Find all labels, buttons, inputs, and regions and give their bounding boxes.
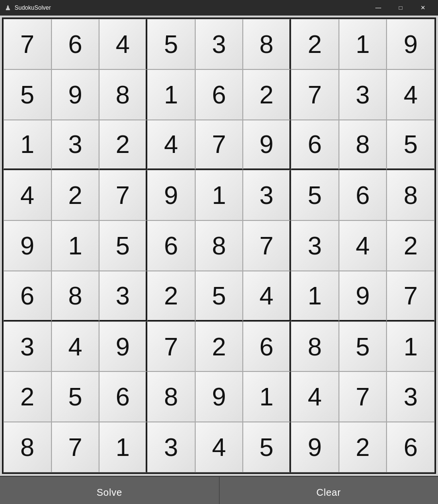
table-row[interactable]: 9 bbox=[243, 120, 291, 170]
close-button[interactable]: ✕ bbox=[412, 0, 434, 16]
table-row[interactable]: 7 bbox=[195, 120, 243, 170]
minimize-button[interactable]: — bbox=[367, 0, 389, 16]
table-row[interactable]: 3 bbox=[339, 69, 387, 120]
table-row[interactable]: 8 bbox=[147, 371, 195, 422]
table-row[interactable]: 7 bbox=[243, 220, 291, 271]
table-row[interactable]: 8 bbox=[99, 69, 147, 120]
table-row[interactable]: 3 bbox=[147, 422, 195, 472]
table-row[interactable]: 7 bbox=[387, 271, 435, 321]
table-row[interactable]: 3 bbox=[99, 271, 147, 321]
table-row[interactable]: 9 bbox=[195, 371, 243, 422]
table-row[interactable]: 5 bbox=[243, 422, 291, 472]
table-row[interactable]: 6 bbox=[99, 371, 147, 422]
table-row[interactable]: 1 bbox=[51, 220, 100, 271]
table-row[interactable]: 9 bbox=[99, 321, 147, 372]
table-row[interactable]: 9 bbox=[51, 69, 100, 120]
table-row[interactable]: 3 bbox=[3, 321, 51, 372]
table-row[interactable]: 8 bbox=[195, 220, 243, 271]
table-row[interactable]: 2 bbox=[51, 170, 100, 220]
table-row[interactable]: 2 bbox=[3, 371, 51, 422]
table-row[interactable]: 7 bbox=[291, 69, 339, 120]
table-row[interactable]: 4 bbox=[99, 19, 147, 69]
table-row[interactable]: 2 bbox=[195, 321, 243, 372]
table-row[interactable]: 8 bbox=[243, 19, 291, 69]
table-row[interactable]: 4 bbox=[243, 271, 291, 321]
table-row[interactable]: 6 bbox=[243, 321, 291, 372]
table-row[interactable]: 2 bbox=[291, 19, 339, 69]
table-row[interactable]: 3 bbox=[51, 120, 100, 170]
table-row[interactable]: 5 bbox=[3, 69, 51, 120]
table-row[interactable]: 9 bbox=[3, 220, 51, 271]
table-row[interactable]: 8 bbox=[3, 422, 51, 472]
table-row[interactable]: 4 bbox=[51, 321, 100, 372]
table-row[interactable]: 5 bbox=[195, 271, 243, 321]
table-row[interactable]: 5 bbox=[51, 371, 100, 422]
table-row[interactable]: 5 bbox=[387, 120, 435, 170]
table-row[interactable]: 4 bbox=[3, 170, 51, 220]
table-row[interactable]: 7 bbox=[339, 371, 387, 422]
solve-button[interactable]: Solve bbox=[0, 477, 219, 504]
table-row[interactable]: 4 bbox=[339, 220, 387, 271]
table-row[interactable]: 9 bbox=[387, 19, 435, 69]
table-row[interactable]: 3 bbox=[195, 19, 243, 69]
table-row[interactable]: 2 bbox=[243, 69, 291, 120]
table-row[interactable]: 4 bbox=[387, 69, 435, 120]
table-row[interactable]: 6 bbox=[291, 120, 339, 170]
table-row[interactable]: 6 bbox=[339, 170, 387, 220]
table-row[interactable]: 7 bbox=[147, 321, 195, 372]
table-row[interactable]: 4 bbox=[147, 120, 195, 170]
table-row[interactable]: 1 bbox=[3, 120, 51, 170]
table-row[interactable]: 5 bbox=[339, 321, 387, 372]
table-row[interactable]: 9 bbox=[339, 271, 387, 321]
table-row[interactable]: 4 bbox=[195, 422, 243, 472]
table-row[interactable]: 1 bbox=[147, 69, 195, 120]
table-row[interactable]: 3 bbox=[243, 170, 291, 220]
table-row[interactable]: 7 bbox=[3, 19, 51, 69]
app-icon: ♟ bbox=[4, 4, 12, 12]
table-row[interactable]: 3 bbox=[291, 220, 339, 271]
table-row[interactable]: 6 bbox=[387, 422, 435, 472]
table-row[interactable]: 9 bbox=[291, 422, 339, 472]
table-row[interactable]: 5 bbox=[147, 19, 195, 69]
window-controls: — □ ✕ bbox=[367, 0, 434, 16]
table-row[interactable]: 9 bbox=[147, 170, 195, 220]
app-title: SudokuSolver bbox=[15, 4, 367, 11]
table-row[interactable]: 1 bbox=[99, 422, 147, 472]
table-row[interactable]: 5 bbox=[99, 220, 147, 271]
table-row[interactable]: 1 bbox=[291, 271, 339, 321]
title-bar: ♟ SudokuSolver — □ ✕ bbox=[0, 0, 438, 16]
table-row[interactable]: 1 bbox=[243, 371, 291, 422]
table-row[interactable]: 6 bbox=[51, 19, 100, 69]
clear-button[interactable]: Clear bbox=[219, 477, 438, 504]
table-row[interactable]: 8 bbox=[291, 321, 339, 372]
table-row[interactable]: 6 bbox=[195, 69, 243, 120]
table-row[interactable]: 7 bbox=[51, 422, 100, 472]
table-row[interactable]: 8 bbox=[51, 271, 100, 321]
table-row[interactable]: 4 bbox=[291, 371, 339, 422]
table-row[interactable]: 8 bbox=[387, 170, 435, 220]
table-row[interactable]: 1 bbox=[387, 321, 435, 372]
sudoku-grid: 7645382195981627341324796854279135689156… bbox=[2, 17, 436, 474]
table-row[interactable]: 7 bbox=[99, 170, 147, 220]
table-row[interactable]: 1 bbox=[339, 19, 387, 69]
table-row[interactable]: 2 bbox=[339, 422, 387, 472]
grid-container: 7645382195981627341324796854279135689156… bbox=[0, 16, 438, 476]
toolbar: Solve Clear bbox=[0, 476, 438, 504]
table-row[interactable]: 3 bbox=[387, 371, 435, 422]
table-row[interactable]: 5 bbox=[291, 170, 339, 220]
table-row[interactable]: 2 bbox=[387, 220, 435, 271]
table-row[interactable]: 6 bbox=[3, 271, 51, 321]
table-row[interactable]: 1 bbox=[195, 170, 243, 220]
maximize-button[interactable]: □ bbox=[389, 0, 412, 16]
table-row[interactable]: 6 bbox=[147, 220, 195, 271]
table-row[interactable]: 2 bbox=[99, 120, 147, 170]
table-row[interactable]: 2 bbox=[147, 271, 195, 321]
table-row[interactable]: 8 bbox=[339, 120, 387, 170]
